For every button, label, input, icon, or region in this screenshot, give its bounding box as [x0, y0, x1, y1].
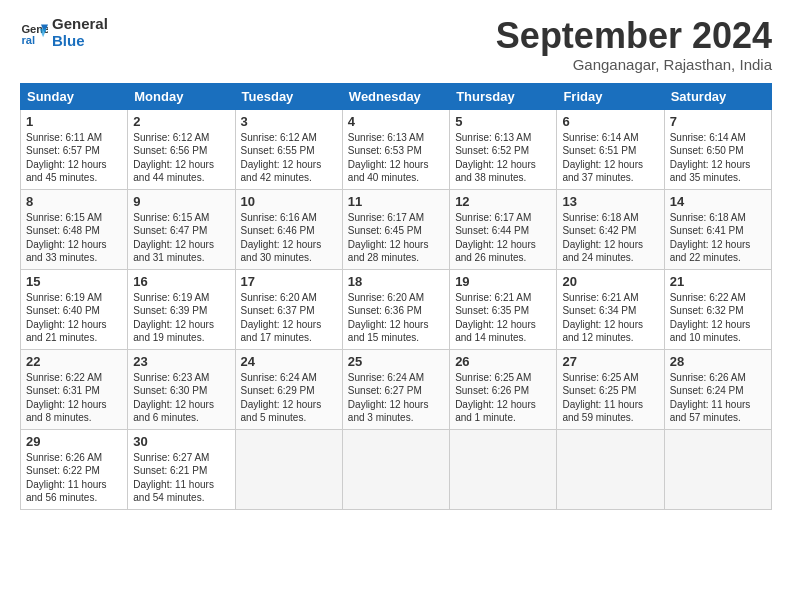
calendar-week-row: 22Sunrise: 6:22 AMSunset: 6:31 PMDayligh… — [21, 349, 772, 429]
table-row: 10Sunrise: 6:16 AMSunset: 6:46 PMDayligh… — [235, 189, 342, 269]
day-number: 1 — [26, 114, 122, 129]
header: Gene ral General Blue September 2024 Gan… — [20, 16, 772, 73]
table-row: 15Sunrise: 6:19 AMSunset: 6:40 PMDayligh… — [21, 269, 128, 349]
day-number: 26 — [455, 354, 551, 369]
table-row: 13Sunrise: 6:18 AMSunset: 6:42 PMDayligh… — [557, 189, 664, 269]
cell-info: Sunrise: 6:21 AMSunset: 6:35 PMDaylight:… — [455, 291, 551, 345]
location-subtitle: Ganganagar, Rajasthan, India — [496, 56, 772, 73]
cell-info: Sunrise: 6:19 AMSunset: 6:39 PMDaylight:… — [133, 291, 229, 345]
day-number: 10 — [241, 194, 337, 209]
table-row: 16Sunrise: 6:19 AMSunset: 6:39 PMDayligh… — [128, 269, 235, 349]
cell-info: Sunrise: 6:14 AMSunset: 6:50 PMDaylight:… — [670, 131, 766, 185]
logo: Gene ral General Blue — [20, 16, 108, 49]
header-thursday: Thursday — [450, 83, 557, 109]
day-number: 8 — [26, 194, 122, 209]
table-row: 5Sunrise: 6:13 AMSunset: 6:52 PMDaylight… — [450, 109, 557, 189]
day-number: 23 — [133, 354, 229, 369]
calendar-week-row: 8Sunrise: 6:15 AMSunset: 6:48 PMDaylight… — [21, 189, 772, 269]
cell-info: Sunrise: 6:23 AMSunset: 6:30 PMDaylight:… — [133, 371, 229, 425]
logo-icon: Gene ral — [20, 19, 48, 47]
cell-info: Sunrise: 6:15 AMSunset: 6:47 PMDaylight:… — [133, 211, 229, 265]
day-number: 27 — [562, 354, 658, 369]
cell-info: Sunrise: 6:27 AMSunset: 6:21 PMDaylight:… — [133, 451, 229, 505]
cell-info: Sunrise: 6:26 AMSunset: 6:24 PMDaylight:… — [670, 371, 766, 425]
table-row: 3Sunrise: 6:12 AMSunset: 6:55 PMDaylight… — [235, 109, 342, 189]
day-number: 9 — [133, 194, 229, 209]
day-number: 4 — [348, 114, 444, 129]
table-row: 24Sunrise: 6:24 AMSunset: 6:29 PMDayligh… — [235, 349, 342, 429]
table-row: 6Sunrise: 6:14 AMSunset: 6:51 PMDaylight… — [557, 109, 664, 189]
header-tuesday: Tuesday — [235, 83, 342, 109]
calendar-table: Sunday Monday Tuesday Wednesday Thursday… — [20, 83, 772, 510]
table-row: 7Sunrise: 6:14 AMSunset: 6:50 PMDaylight… — [664, 109, 771, 189]
table-row: 1Sunrise: 6:11 AMSunset: 6:57 PMDaylight… — [21, 109, 128, 189]
cell-info: Sunrise: 6:16 AMSunset: 6:46 PMDaylight:… — [241, 211, 337, 265]
day-number: 12 — [455, 194, 551, 209]
day-number: 13 — [562, 194, 658, 209]
table-row: 21Sunrise: 6:22 AMSunset: 6:32 PMDayligh… — [664, 269, 771, 349]
table-row — [664, 429, 771, 509]
table-row: 19Sunrise: 6:21 AMSunset: 6:35 PMDayligh… — [450, 269, 557, 349]
title-block: September 2024 Ganganagar, Rajasthan, In… — [496, 16, 772, 73]
day-number: 14 — [670, 194, 766, 209]
table-row: 12Sunrise: 6:17 AMSunset: 6:44 PMDayligh… — [450, 189, 557, 269]
cell-info: Sunrise: 6:20 AMSunset: 6:37 PMDaylight:… — [241, 291, 337, 345]
cell-info: Sunrise: 6:24 AMSunset: 6:27 PMDaylight:… — [348, 371, 444, 425]
day-number: 30 — [133, 434, 229, 449]
cell-info: Sunrise: 6:13 AMSunset: 6:52 PMDaylight:… — [455, 131, 551, 185]
table-row: 8Sunrise: 6:15 AMSunset: 6:48 PMDaylight… — [21, 189, 128, 269]
cell-info: Sunrise: 6:19 AMSunset: 6:40 PMDaylight:… — [26, 291, 122, 345]
table-row: 9Sunrise: 6:15 AMSunset: 6:47 PMDaylight… — [128, 189, 235, 269]
table-row: 4Sunrise: 6:13 AMSunset: 6:53 PMDaylight… — [342, 109, 449, 189]
logo-line1: General — [52, 16, 108, 33]
header-friday: Friday — [557, 83, 664, 109]
calendar-week-row: 1Sunrise: 6:11 AMSunset: 6:57 PMDaylight… — [21, 109, 772, 189]
logo-line2: Blue — [52, 33, 108, 50]
table-row — [557, 429, 664, 509]
cell-info: Sunrise: 6:24 AMSunset: 6:29 PMDaylight:… — [241, 371, 337, 425]
cell-info: Sunrise: 6:18 AMSunset: 6:41 PMDaylight:… — [670, 211, 766, 265]
table-row: 14Sunrise: 6:18 AMSunset: 6:41 PMDayligh… — [664, 189, 771, 269]
day-number: 20 — [562, 274, 658, 289]
day-number: 16 — [133, 274, 229, 289]
day-number: 15 — [26, 274, 122, 289]
table-row: 2Sunrise: 6:12 AMSunset: 6:56 PMDaylight… — [128, 109, 235, 189]
table-row: 11Sunrise: 6:17 AMSunset: 6:45 PMDayligh… — [342, 189, 449, 269]
table-row: 20Sunrise: 6:21 AMSunset: 6:34 PMDayligh… — [557, 269, 664, 349]
table-row: 22Sunrise: 6:22 AMSunset: 6:31 PMDayligh… — [21, 349, 128, 429]
table-row — [235, 429, 342, 509]
day-number: 3 — [241, 114, 337, 129]
day-number: 19 — [455, 274, 551, 289]
cell-info: Sunrise: 6:17 AMSunset: 6:44 PMDaylight:… — [455, 211, 551, 265]
header-sunday: Sunday — [21, 83, 128, 109]
cell-info: Sunrise: 6:12 AMSunset: 6:56 PMDaylight:… — [133, 131, 229, 185]
day-number: 24 — [241, 354, 337, 369]
cell-info: Sunrise: 6:21 AMSunset: 6:34 PMDaylight:… — [562, 291, 658, 345]
table-row: 17Sunrise: 6:20 AMSunset: 6:37 PMDayligh… — [235, 269, 342, 349]
cell-info: Sunrise: 6:25 AMSunset: 6:26 PMDaylight:… — [455, 371, 551, 425]
header-wednesday: Wednesday — [342, 83, 449, 109]
cell-info: Sunrise: 6:11 AMSunset: 6:57 PMDaylight:… — [26, 131, 122, 185]
day-number: 18 — [348, 274, 444, 289]
table-row: 18Sunrise: 6:20 AMSunset: 6:36 PMDayligh… — [342, 269, 449, 349]
cell-info: Sunrise: 6:14 AMSunset: 6:51 PMDaylight:… — [562, 131, 658, 185]
cell-info: Sunrise: 6:22 AMSunset: 6:31 PMDaylight:… — [26, 371, 122, 425]
table-row: 30Sunrise: 6:27 AMSunset: 6:21 PMDayligh… — [128, 429, 235, 509]
cell-info: Sunrise: 6:26 AMSunset: 6:22 PMDaylight:… — [26, 451, 122, 505]
day-number: 17 — [241, 274, 337, 289]
calendar-week-row: 29Sunrise: 6:26 AMSunset: 6:22 PMDayligh… — [21, 429, 772, 509]
day-number: 7 — [670, 114, 766, 129]
header-saturday: Saturday — [664, 83, 771, 109]
table-row: 29Sunrise: 6:26 AMSunset: 6:22 PMDayligh… — [21, 429, 128, 509]
svg-text:ral: ral — [21, 34, 35, 46]
day-number: 22 — [26, 354, 122, 369]
calendar-week-row: 15Sunrise: 6:19 AMSunset: 6:40 PMDayligh… — [21, 269, 772, 349]
table-row: 23Sunrise: 6:23 AMSunset: 6:30 PMDayligh… — [128, 349, 235, 429]
page-container: Gene ral General Blue September 2024 Gan… — [0, 0, 792, 520]
day-number: 6 — [562, 114, 658, 129]
cell-info: Sunrise: 6:18 AMSunset: 6:42 PMDaylight:… — [562, 211, 658, 265]
table-row: 25Sunrise: 6:24 AMSunset: 6:27 PMDayligh… — [342, 349, 449, 429]
cell-info: Sunrise: 6:22 AMSunset: 6:32 PMDaylight:… — [670, 291, 766, 345]
day-number: 29 — [26, 434, 122, 449]
table-row — [450, 429, 557, 509]
